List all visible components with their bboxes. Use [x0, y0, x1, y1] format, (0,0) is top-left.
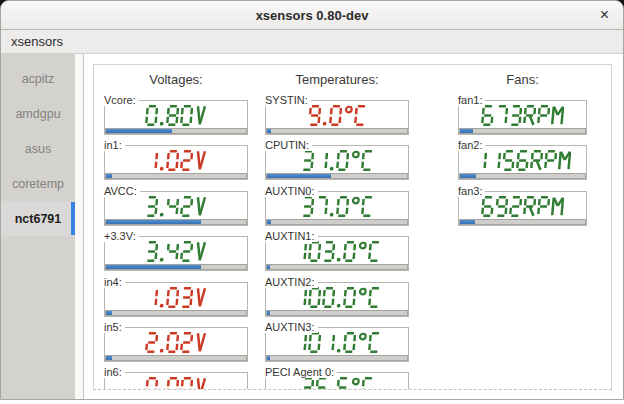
sensor-progress-fill [106, 129, 172, 133]
sensor-label: Vcore: [104, 95, 139, 106]
sidebar-tab-label: amdgpu [15, 107, 60, 121]
sensor-label: fan1: [458, 95, 485, 106]
sensor-box-cputin: CPUTIN: [265, 140, 409, 180]
sensor-progress-fill [267, 356, 270, 360]
sensor-label: AUXTIN3: [265, 322, 318, 333]
sensor-progress-fill [106, 265, 201, 269]
menu-item-xsensors[interactable]: xsensors [1, 30, 73, 53]
sensor-progress-bar [459, 128, 586, 134]
sidebar-tabs: acpitzamdgpuasuscoretempnct6791 [1, 54, 75, 399]
sensor-progress-bar [266, 355, 408, 361]
sensor-box-auxtin1: AUXTIN1: [265, 231, 409, 271]
sensor-progress-fill [460, 129, 473, 133]
sensor-label: CPUTIN: [265, 140, 312, 151]
sensor-box-+3.3v: +3.3V: [104, 231, 248, 271]
sensor-value [106, 286, 246, 309]
sensor-progress-bar [266, 310, 408, 316]
sidebar-tab-nct6791[interactable]: nct6791 [1, 201, 75, 236]
sensor-progress-bar [105, 355, 247, 361]
sensor-label: AUXTIN2: [265, 277, 318, 288]
sensor-value [460, 149, 585, 172]
sensor-value [267, 376, 407, 390]
sidebar-tab-label: acpitz [22, 72, 55, 86]
sensor-progress-fill [460, 220, 475, 224]
sensor-progress-bar [105, 219, 247, 225]
sensor-label: PECI Agent 0: [265, 367, 337, 378]
sensor-progress-bar [459, 173, 586, 179]
sidebar-tab-amdgpu[interactable]: amdgpu [1, 96, 75, 131]
sensors-viewport[interactable]: Voltages:Vcore:in1:AVCC:+3.3V:in4:in5:in… [93, 64, 612, 390]
sensor-box-vcore: Vcore: [104, 95, 248, 135]
close-icon[interactable]: × [597, 1, 612, 30]
titlebar[interactable]: xsensors 0.80-dev × [1, 1, 623, 30]
column-header: Temperatures: [265, 71, 409, 95]
sensor-progress-fill [267, 129, 271, 133]
sensor-progress-bar [105, 310, 247, 316]
sensor-value [267, 331, 407, 354]
main-panel: Voltages:Vcore:in1:AVCC:+3.3V:in4:in5:in… [84, 54, 623, 399]
sensor-value [106, 195, 246, 218]
sensor-value [106, 104, 246, 127]
window-title: xsensors 0.80-dev [1, 1, 623, 30]
sensor-label: AVCC: [104, 186, 140, 197]
sensor-progress-bar [266, 219, 408, 225]
sidebar-tab-label: coretemp [12, 177, 64, 191]
sensor-box-fan3: fan3: [458, 186, 587, 226]
sensor-box-auxtin3: AUXTIN3: [265, 322, 409, 362]
sensor-progress-fill [267, 220, 271, 224]
sensor-label: in6: [104, 367, 125, 378]
column-header: Voltages: [104, 71, 248, 95]
sensor-progress-fill [106, 174, 112, 178]
sensor-progress-bar [459, 219, 586, 225]
sensor-box-auxtin0: AUXTIN0: [265, 186, 409, 226]
sidebar-tab-coretemp[interactable]: coretemp [1, 166, 75, 201]
sensor-progress-fill [267, 311, 270, 315]
sensor-box-fan2: fan2: [458, 140, 587, 180]
sensor-value [106, 240, 246, 263]
sensor-value [106, 376, 246, 390]
sensor-value [267, 149, 407, 172]
temperatures-column: Temperatures:SYSTIN:CPUTIN:AUXTIN0:AUXTI… [265, 71, 409, 390]
sensor-label: fan2: [458, 140, 485, 151]
sensor-progress-bar [266, 264, 408, 270]
sensor-progress-bar [105, 264, 247, 270]
sensor-box-fan1: fan1: [458, 95, 587, 135]
sensor-progress-bar [105, 128, 247, 134]
sensor-value [460, 195, 585, 218]
sensor-value [267, 195, 407, 218]
sensor-value [460, 104, 585, 127]
sensor-label: in1: [104, 140, 125, 151]
sensor-value [267, 104, 407, 127]
sidebar-separator [75, 54, 84, 399]
sensor-box-systin: SYSTIN: [265, 95, 409, 135]
sensor-box-in4: in4: [104, 277, 248, 317]
column-header: Fans: [458, 71, 587, 95]
sidebar-tab-asus[interactable]: asus [1, 131, 75, 166]
sensor-progress-fill [460, 174, 476, 178]
sensor-progress-fill [267, 174, 331, 178]
sensor-progress-bar [105, 173, 247, 179]
sensor-progress-fill [106, 220, 201, 224]
sensor-progress-fill [106, 356, 112, 360]
sensor-label: AUXTIN1: [265, 231, 318, 242]
menubar: xsensors [1, 30, 623, 54]
app-window: xsensors 0.80-dev × xsensors acpitzamdgp… [0, 0, 624, 400]
sensor-box-avcc: AVCC: [104, 186, 248, 226]
sensor-label: SYSTIN: [265, 95, 311, 106]
sensor-progress-fill [267, 265, 270, 269]
sensor-progress-fill [106, 311, 112, 315]
fans-column: Fans:fan1:fan2:fan3: [458, 71, 587, 231]
sensor-progress-bar [266, 128, 408, 134]
sensor-value [106, 331, 246, 354]
sensor-box-in5: in5: [104, 322, 248, 362]
sidebar-tab-label: asus [25, 142, 51, 156]
sensor-label: AUXTIN0: [265, 186, 318, 197]
sensor-label: in4: [104, 277, 125, 288]
sensor-progress-bar [266, 173, 408, 179]
sensor-value [267, 240, 407, 263]
sidebar-tab-acpitz[interactable]: acpitz [1, 61, 75, 96]
sensor-box-in1: in1: [104, 140, 248, 180]
sidebar-tab-label: nct6791 [15, 212, 62, 226]
sensor-value [267, 286, 407, 309]
sensor-box-auxtin2: AUXTIN2: [265, 277, 409, 317]
